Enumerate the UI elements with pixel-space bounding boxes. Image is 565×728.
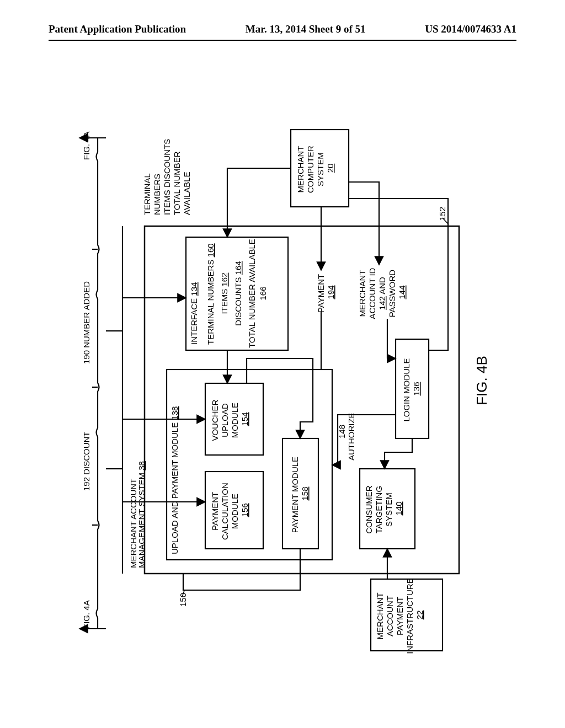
text-tna-ref: 166 (258, 286, 268, 300)
text-148: 148 (337, 425, 347, 438)
figure-label: FIG. 4B (473, 356, 490, 405)
header-right: US 2014/0074633 A1 (425, 23, 516, 35)
text-upm: UPLOAD AND PAYMENT MODULE 138 (170, 406, 179, 554)
figure-4b: FIG. 4A FIG. 4A 192 DISCOUNT 190 NUMBER … (62, 105, 503, 656)
text-terminal-numbers: TERMINAL NUMBERS 160 (206, 243, 215, 345)
page: Patent Application Publication Mar. 13, … (0, 0, 565, 728)
text-mapi: MERCHANT ACCOUNT PAYMENT INFRASTRUCTURE … (375, 576, 424, 654)
label-192: 192 DISCOUNT (82, 431, 91, 491)
text-pm: PAYMENT MODULE 158 (290, 454, 310, 533)
header-rule (49, 40, 516, 41)
text-pcm: PAYMENT CALCULATION MODULE 156 (210, 480, 249, 540)
text-vum: VOUCHER UPLOAD MODULE 154 (210, 397, 249, 441)
text-merchant-acct-id: MERCHANT ACCOUNT ID 142 AND PASSWORD 144 (358, 265, 407, 319)
text-cts: CONSUMER TARGETING SYSTEM 140 (364, 483, 403, 534)
text-payment: PAYMENT 194 (316, 272, 335, 313)
text-login: LOGIN MODULE 136 (402, 356, 421, 421)
text-tna: TOTAL NUMBER AVAILABLE (247, 239, 257, 348)
fig4a-ref-right: FIG. 4A (82, 131, 91, 160)
box-upload-payment-module (167, 370, 332, 560)
page-header: Patent Application Publication Mar. 13, … (0, 23, 565, 35)
header-mid: Mar. 13, 2014 Sheet 9 of 51 (246, 23, 366, 35)
text-152: 152 (438, 207, 447, 221)
text-mams-sub: MANAGEMENT SYSTEM 38 (137, 461, 146, 568)
text-interface: INTERFACE 134 (189, 282, 199, 345)
text-authorize: AUTHORIZE (347, 413, 356, 461)
label-190: 190 NUMBER ADDED (82, 281, 91, 364)
fig4a-ref-left: FIG. 4A (82, 600, 91, 629)
text-items: ITEMS 162 (220, 272, 229, 314)
text-discounts: DISCOUNTS 164 (233, 261, 243, 326)
text-external-list: TERMINAL NUMBERS ITEMS DISCOUNTS TOTAL N… (142, 136, 191, 215)
header-left: Patent Application Publication (49, 23, 186, 35)
text-mcs: MERCHANT COMPUTER SYSTEM 20 (296, 143, 335, 193)
box-merchant-acct-mgmt-system (145, 226, 459, 574)
